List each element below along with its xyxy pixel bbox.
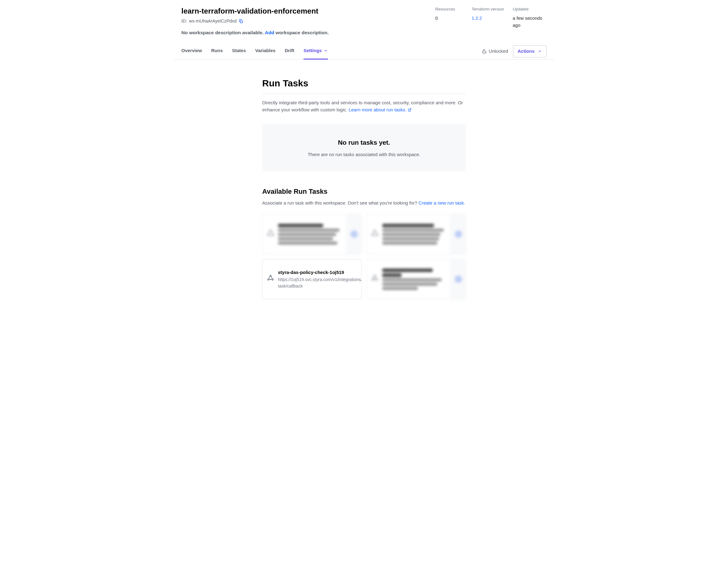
lock-status-label: Unlocked — [489, 48, 508, 55]
workspace-id-value: ws-mUhaArAyeiCzPdxd — [189, 18, 237, 25]
meta-tf-version-label: Terraform version — [472, 6, 504, 12]
tab-drift[interactable]: Drift — [285, 44, 294, 60]
actions-button-label: Actions — [518, 48, 534, 55]
webhook-icon — [371, 229, 378, 239]
empty-state-subtitle: There are no run tasks associated with t… — [268, 151, 460, 158]
meta-updated-value: a few seconds ago — [513, 15, 547, 29]
actions-button[interactable]: Actions — [513, 45, 547, 57]
svg-point-9 — [372, 279, 373, 280]
webhook-icon — [267, 229, 274, 239]
workspace-desc-prefix: No workspace description available. — [181, 30, 264, 35]
workspace-desc-suffix: workspace description. — [275, 30, 328, 35]
run-tasks-heading: Run Tasks — [262, 76, 466, 90]
workspace-title: learn-terraform-validation-enforcement — [181, 5, 435, 17]
empty-state-title: No run tasks yet. — [268, 138, 460, 147]
webhook-icon — [371, 274, 378, 284]
tab-overview[interactable]: Overview — [181, 44, 202, 60]
meta-resources-value: 0 — [435, 15, 463, 22]
tab-variables[interactable]: Variables — [255, 44, 275, 60]
workspace-id-label: ID: — [181, 18, 187, 25]
run-task-card — [367, 259, 466, 299]
add-description-link[interactable]: Add — [265, 30, 274, 35]
webhook-icon — [267, 274, 274, 284]
divider — [262, 94, 466, 94]
empty-state: No run tasks yet. There are no run tasks… — [262, 124, 466, 172]
svg-point-3 — [270, 275, 271, 277]
meta-resources: Resources 0 — [435, 6, 463, 36]
run-task-card — [367, 214, 466, 254]
svg-rect-0 — [240, 21, 242, 23]
run-tasks-description: Directly integrate third-party tools and… — [262, 99, 466, 114]
learn-more-link[interactable]: Learn more about run tasks. — [349, 107, 411, 112]
svg-line-2 — [409, 108, 411, 110]
meta-tf-version: Terraform version 1.2.2 — [472, 6, 504, 36]
svg-point-10 — [376, 279, 378, 280]
workspace-tabs: Overview Runs States Variables Drift Set… — [181, 44, 328, 59]
svg-point-8 — [374, 275, 375, 277]
run-task-card-styra[interactable]: styra-das-policy-check-1oj519 https://1o… — [262, 259, 361, 299]
meta-tf-version-value[interactable]: 1.2.2 — [472, 15, 504, 22]
chevron-down-icon — [324, 49, 328, 53]
unlock-icon — [482, 49, 487, 54]
available-run-tasks-heading: Available Run Tasks — [262, 186, 466, 197]
meta-updated-label: Updated — [513, 6, 547, 12]
svg-point-5 — [272, 279, 273, 280]
create-run-task-link[interactable]: Create a new run task. — [418, 200, 465, 205]
run-task-card — [262, 214, 361, 254]
workspace-description-row: No workspace description available. Add … — [181, 29, 435, 36]
run-task-card-title: styra-das-policy-check-1oj519 — [278, 269, 361, 276]
workspace-id-row: ID: ws-mUhaArAyeiCzPdxd — [181, 18, 435, 25]
available-desc-prefix: Associate a run task with this workspace… — [262, 200, 418, 205]
tab-states[interactable]: States — [232, 44, 246, 60]
external-link-icon — [408, 107, 411, 114]
tab-runs[interactable]: Runs — [211, 44, 223, 60]
copy-icon[interactable] — [238, 19, 243, 24]
svg-point-4 — [268, 279, 269, 280]
chevron-down-icon — [538, 49, 542, 53]
available-run-tasks-desc: Associate a run task with this workspace… — [262, 200, 466, 207]
meta-updated: Updated a few seconds ago — [513, 6, 547, 36]
lock-status[interactable]: Unlocked — [482, 48, 508, 55]
run-task-card-url: https://1oj519.svc.styra.com/v1/integrat… — [278, 277, 361, 289]
tab-settings[interactable]: Settings — [303, 44, 328, 60]
meta-resources-label: Resources — [435, 6, 463, 12]
svg-rect-1 — [483, 51, 486, 53]
tab-settings-label: Settings — [303, 47, 322, 54]
